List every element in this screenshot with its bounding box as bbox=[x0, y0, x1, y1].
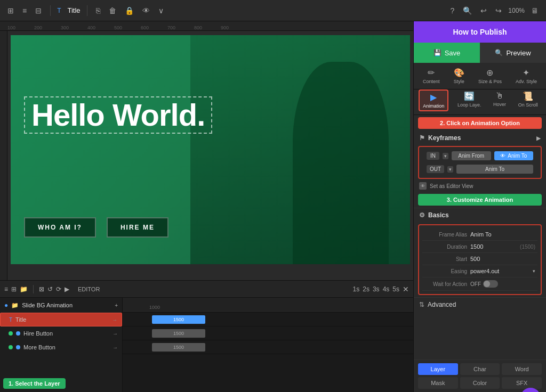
ruler-mark-600: 600 bbox=[141, 25, 167, 30]
layer-item-hire-button[interactable]: Hire Button → bbox=[0, 326, 122, 340]
tl-refresh-icon[interactable]: ↺ bbox=[47, 285, 53, 293]
animation-icon: ▶ bbox=[430, 92, 437, 102]
tl-time3s-icon[interactable]: 3s bbox=[373, 285, 380, 293]
track-title-bar-label: 1500 bbox=[173, 317, 184, 322]
toggle-pill[interactable] bbox=[483, 280, 498, 288]
tl-time4s-icon[interactable]: 4s bbox=[383, 285, 390, 293]
out-row: OUT ▾ Anim To bbox=[421, 162, 539, 176]
tl-play-icon[interactable]: ▶ bbox=[65, 285, 69, 293]
frame-alias-label: Frame Alias bbox=[424, 232, 467, 238]
scroll-label: On Scroll bbox=[518, 102, 538, 108]
tl-folder-icon[interactable]: 📁 bbox=[20, 285, 28, 293]
group-eye-icon[interactable]: ● bbox=[4, 301, 8, 309]
duration-hint: (1500) bbox=[520, 244, 535, 250]
loop-icon: 🔄 bbox=[464, 91, 475, 101]
tl-grid-icon[interactable]: ⊠ bbox=[39, 285, 44, 293]
toolbar-icon-list[interactable]: ≡ bbox=[20, 5, 29, 16]
toolbar-delete-icon[interactable]: 🗑 bbox=[107, 5, 118, 16]
canvas-buttons: WHO AM I? HIRE ME bbox=[24, 217, 168, 238]
wait-for-action-row: Wait for Action OFF bbox=[422, 277, 537, 291]
in-dropdown[interactable]: ▾ bbox=[443, 153, 448, 159]
timeline-layers: ● 📁 Slide BG Animation + T Title → bbox=[0, 298, 123, 392]
anim-to-out-btn[interactable]: Anim To bbox=[456, 165, 533, 174]
hire-me-button[interactable]: HIRE ME bbox=[107, 217, 168, 238]
group-label: Slide BG Animation bbox=[22, 302, 73, 308]
tl-layers-icon[interactable]: ≡ bbox=[4, 285, 8, 293]
nav-animation[interactable]: ▶ Animation bbox=[419, 89, 448, 111]
tl-group-icon[interactable]: ⊞ bbox=[11, 285, 17, 293]
wait-toggle[interactable]: OFF bbox=[470, 280, 498, 288]
tab-color[interactable]: Color bbox=[460, 377, 500, 389]
who-am-i-button[interactable]: WHO AM I? bbox=[24, 217, 96, 238]
ruler-mark-500: 500 bbox=[114, 25, 141, 30]
layer-item-title[interactable]: T Title → bbox=[0, 313, 122, 326]
tl-time5s-icon[interactable]: 5s bbox=[392, 285, 399, 293]
loop-label: Loop Laye. bbox=[457, 102, 481, 108]
track-hire-bar: 1500 bbox=[152, 329, 205, 338]
style-label: Style bbox=[454, 79, 464, 84]
tab-word[interactable]: Word bbox=[502, 363, 542, 375]
tab-char[interactable]: Char bbox=[460, 363, 500, 375]
out-dropdown[interactable]: ▾ bbox=[447, 166, 453, 173]
bottom-tabs-row2: Mask Color SFX bbox=[418, 377, 542, 389]
toolbar-search-icon[interactable]: 🔍 bbox=[461, 5, 474, 16]
duration-label: Duration bbox=[424, 244, 467, 250]
toolbar-chevron-icon[interactable]: ∨ bbox=[156, 5, 166, 16]
tl-time1s-icon[interactable]: 1s bbox=[353, 285, 360, 293]
nav-hover[interactable]: 🖱 Hover bbox=[490, 89, 509, 111]
person-silhouette bbox=[293, 62, 389, 264]
tl-refresh2-icon[interactable]: ⟳ bbox=[56, 285, 61, 293]
toolbar-icon-grid[interactable]: ⊞ bbox=[5, 5, 16, 16]
basics-header: ⚙ Basics bbox=[414, 208, 546, 222]
toolbar-redo-icon[interactable]: ↪ bbox=[493, 5, 504, 16]
anim-to-btn[interactable]: 👁 Anim To bbox=[494, 151, 534, 160]
group-action-icon[interactable]: + bbox=[115, 303, 118, 308]
duration-value[interactable]: 1500 bbox=[470, 243, 517, 250]
keyframes-label: Keyframes bbox=[428, 134, 461, 142]
animation-label: Animation bbox=[423, 103, 444, 109]
hover-label: Hover bbox=[493, 102, 506, 107]
more-btn-dot bbox=[9, 345, 13, 349]
canvas-viewport[interactable]: Hello World. WHO AM I? HIRE ME bbox=[7, 31, 413, 280]
nav-on-scroll[interactable]: 📜 On Scroll bbox=[515, 89, 541, 111]
hire-btn-dot2 bbox=[16, 331, 20, 336]
layer-item-more-button[interactable]: More Button → bbox=[0, 340, 122, 354]
preview-button[interactable]: 🔍 Preview bbox=[480, 43, 546, 63]
toolbar-help-icon[interactable]: ? bbox=[448, 5, 457, 16]
canvas-text-selected[interactable]: Hello World. bbox=[24, 96, 212, 134]
tab-sfx[interactable]: SFX bbox=[502, 377, 542, 389]
keyframes-arrow[interactable]: ▶ bbox=[536, 135, 541, 141]
tl-close-icon[interactable]: ✕ bbox=[403, 285, 409, 293]
editor-view-checkbox[interactable]: 👁 bbox=[419, 182, 427, 190]
tl-time2s-icon[interactable]: 2s bbox=[363, 285, 370, 293]
nav-adv-style[interactable]: ✦ Adv. Style bbox=[512, 66, 540, 86]
start-value[interactable]: 500 bbox=[470, 256, 535, 262]
content-icon: ✏ bbox=[428, 68, 435, 78]
zoom-level: 100% bbox=[508, 7, 525, 14]
basics-section: Frame Alias Anim To Duration 1500 (1500)… bbox=[418, 224, 542, 295]
toolbar-copy-icon[interactable]: ⎘ bbox=[94, 5, 102, 16]
ruler-mark-900: 900 bbox=[221, 25, 247, 30]
basics-label: Basics bbox=[428, 211, 449, 219]
track-more-bar: 1500 bbox=[152, 343, 205, 352]
nav-content[interactable]: ✏ Content bbox=[420, 66, 443, 86]
timeline-content: ● 📁 Slide BG Animation + T Title → bbox=[0, 298, 413, 392]
toolbar-lock-icon[interactable]: 🔒 bbox=[123, 5, 136, 16]
toolbar-icon-layers[interactable]: ⊟ bbox=[33, 5, 44, 16]
tab-layer[interactable]: Layer bbox=[418, 363, 458, 375]
nav-loop-layer[interactable]: 🔄 Loop Laye. bbox=[454, 89, 485, 111]
nav-size-pos[interactable]: ⊕ Size & Pos bbox=[475, 66, 505, 86]
nav-style[interactable]: 🎨 Style bbox=[451, 66, 468, 86]
ruler-mark-400: 400 bbox=[87, 25, 114, 30]
toolbar-undo-icon[interactable]: ↩ bbox=[478, 5, 489, 16]
toolbar-eye-icon[interactable]: 👁 bbox=[140, 5, 152, 16]
hire-btn-dot bbox=[9, 331, 13, 336]
anim-from-btn[interactable]: Anim From bbox=[452, 151, 491, 160]
save-button[interactable]: 💾 Save bbox=[414, 43, 480, 63]
tab-mask[interactable]: Mask bbox=[418, 377, 458, 389]
right-panel: How to Publish 💾 Save 🔍 Preview ✏ Conten… bbox=[413, 21, 546, 392]
toolbar-monitor-icon[interactable]: 🖥 bbox=[529, 5, 541, 16]
advanced-icon: ⇅ bbox=[419, 301, 424, 308]
easing-dropdown[interactable]: ▾ bbox=[533, 268, 535, 274]
ruler-mark-300: 300 bbox=[61, 25, 87, 30]
